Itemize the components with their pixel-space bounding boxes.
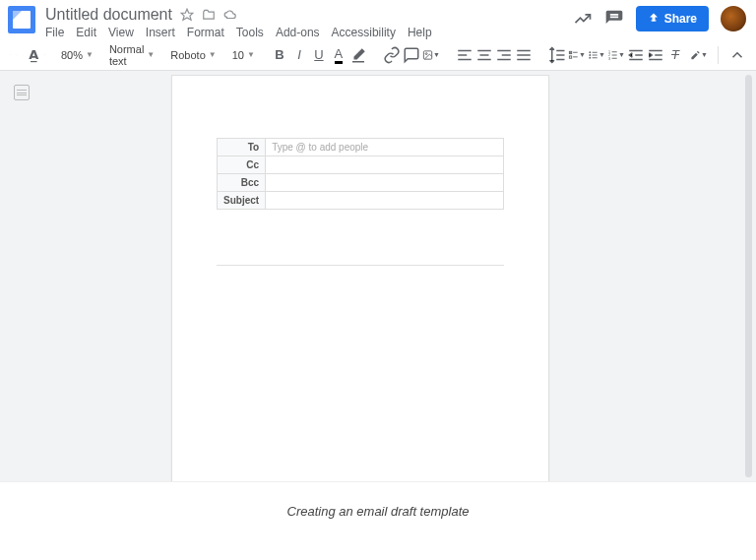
increase-indent-icon[interactable] bbox=[647, 46, 664, 64]
account-avatar[interactable] bbox=[721, 6, 746, 31]
align-right-icon[interactable] bbox=[495, 46, 513, 64]
to-field[interactable]: Type @ to add people bbox=[266, 139, 504, 156]
share-button[interactable]: Share bbox=[636, 6, 709, 31]
menu-insert[interactable]: Insert bbox=[146, 26, 175, 39]
svg-rect-33 bbox=[612, 51, 617, 52]
toolbar: A̲ 80%▼ Normal text▼ Roboto▼ 10▼ B I U A… bbox=[0, 39, 756, 71]
insert-comment-icon[interactable] bbox=[403, 46, 420, 64]
bulleted-list-icon[interactable]: ▼ bbox=[588, 46, 605, 64]
email-draft-block: To Type @ to add people Cc Bcc Subject bbox=[217, 138, 504, 210]
svg-rect-1 bbox=[651, 21, 656, 22]
menu-accessibility[interactable]: Accessibility bbox=[332, 26, 396, 39]
menu-addons[interactable]: Add-ons bbox=[276, 26, 320, 39]
header-right: Share bbox=[573, 6, 746, 31]
svg-rect-34 bbox=[612, 54, 617, 55]
svg-rect-35 bbox=[612, 57, 617, 58]
svg-text:3: 3 bbox=[608, 56, 610, 60]
menu-file[interactable]: File bbox=[45, 26, 64, 39]
google-docs-app: Untitled document File Edit View Insert … bbox=[0, 0, 756, 482]
menu-format[interactable]: Format bbox=[187, 26, 224, 39]
share-label: Share bbox=[664, 12, 697, 26]
title-area: Untitled document File Edit View Insert … bbox=[45, 6, 573, 39]
cc-label: Cc bbox=[218, 156, 266, 174]
font-dropdown[interactable]: Roboto▼ bbox=[170, 49, 216, 61]
menu-bar: File Edit View Insert Format Tools Add-o… bbox=[45, 26, 573, 39]
header: Untitled document File Edit View Insert … bbox=[0, 0, 756, 39]
decrease-indent-icon[interactable] bbox=[627, 46, 645, 64]
checklist-icon[interactable]: ▼ bbox=[568, 46, 586, 64]
menu-help[interactable]: Help bbox=[408, 26, 432, 39]
svg-rect-27 bbox=[593, 51, 598, 52]
menu-view[interactable]: View bbox=[108, 26, 134, 39]
cloud-status-icon[interactable] bbox=[223, 8, 237, 22]
underline-icon[interactable]: U bbox=[310, 46, 328, 64]
svg-marker-0 bbox=[181, 9, 193, 20]
chevron-up-icon[interactable] bbox=[728, 46, 746, 64]
line-spacing-icon[interactable] bbox=[548, 46, 566, 64]
zoom-dropdown[interactable]: 80%▼ bbox=[61, 49, 94, 61]
star-icon[interactable] bbox=[180, 8, 194, 22]
to-label: To bbox=[218, 139, 266, 156]
spellcheck-icon[interactable]: A̲ bbox=[29, 46, 38, 64]
scrollbar[interactable] bbox=[745, 75, 752, 477]
move-icon[interactable] bbox=[202, 8, 216, 22]
document-title[interactable]: Untitled document bbox=[45, 6, 172, 24]
paragraph-style-dropdown[interactable]: Normal text▼ bbox=[109, 43, 155, 67]
bold-icon[interactable]: B bbox=[271, 46, 288, 64]
subject-label: Subject bbox=[218, 192, 266, 210]
svg-point-24 bbox=[589, 51, 591, 53]
align-left-icon[interactable] bbox=[456, 46, 473, 64]
svg-point-3 bbox=[425, 52, 427, 54]
document-page[interactable]: To Type @ to add people Cc Bcc Subject bbox=[171, 75, 549, 481]
bcc-field[interactable] bbox=[266, 174, 504, 192]
comment-history-icon[interactable] bbox=[604, 9, 624, 29]
numbered-list-icon[interactable]: 123▼ bbox=[607, 46, 625, 64]
menu-tools[interactable]: Tools bbox=[236, 26, 264, 39]
insert-image-icon[interactable]: ▼ bbox=[422, 46, 440, 64]
menu-edit[interactable]: Edit bbox=[76, 26, 96, 39]
docs-logo-icon[interactable] bbox=[8, 6, 35, 33]
editing-mode-icon[interactable]: ▼ bbox=[690, 46, 708, 64]
svg-rect-22 bbox=[569, 55, 571, 57]
svg-point-26 bbox=[589, 56, 591, 58]
fontsize-dropdown[interactable]: 10▼ bbox=[232, 49, 255, 61]
cc-field[interactable] bbox=[266, 156, 504, 174]
italic-icon[interactable]: I bbox=[290, 46, 308, 64]
figure-caption: Creating an email draft template bbox=[0, 482, 756, 540]
text-color-icon[interactable]: A bbox=[330, 46, 347, 64]
svg-rect-28 bbox=[593, 54, 598, 55]
subject-field[interactable] bbox=[266, 192, 504, 210]
insert-link-icon[interactable] bbox=[383, 46, 401, 64]
bcc-label: Bcc bbox=[218, 174, 266, 192]
svg-rect-29 bbox=[593, 57, 598, 58]
activity-icon[interactable] bbox=[573, 9, 593, 29]
highlight-icon[interactable] bbox=[349, 46, 367, 64]
clear-formatting-icon[interactable]: T bbox=[666, 46, 684, 64]
horizontal-rule bbox=[217, 265, 504, 266]
align-justify-icon[interactable] bbox=[515, 46, 533, 64]
align-center-icon[interactable] bbox=[475, 46, 493, 64]
svg-point-25 bbox=[589, 54, 591, 56]
outline-icon[interactable] bbox=[14, 85, 30, 100]
workspace: To Type @ to add people Cc Bcc Subject bbox=[0, 71, 756, 481]
